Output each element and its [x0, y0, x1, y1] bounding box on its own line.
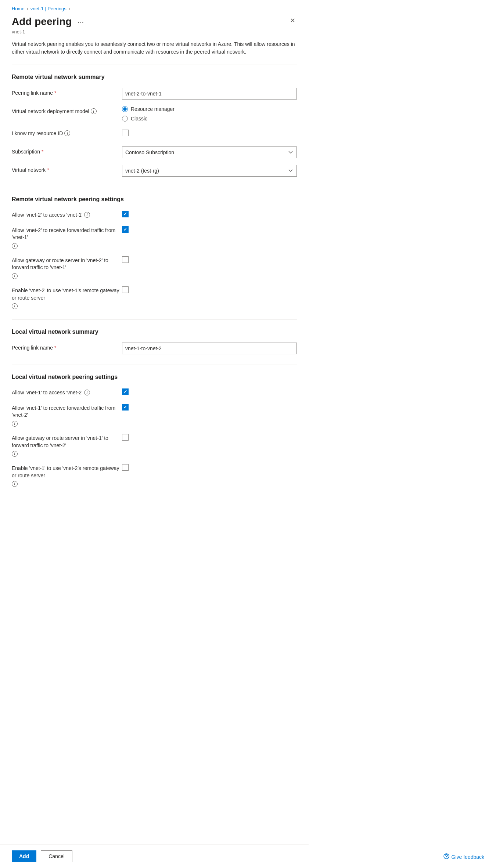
resource-id-label: I know my resource ID i [12, 128, 122, 136]
deployment-model-control: Resource manager Classic [122, 106, 297, 122]
section-divider-1 [12, 187, 297, 187]
local-setting-1-info-icon[interactable]: i [84, 390, 90, 395]
local-required-star: * [54, 345, 56, 351]
remote-peering-settings-title: Remote virtual network peering settings [12, 196, 297, 203]
remote-setting-1-label: Allow 'vnet-2' to access 'vnet-1' i [12, 210, 122, 219]
breadcrumb-home[interactable]: Home [12, 6, 25, 11]
remote-setting-3-checkbox[interactable] [122, 256, 129, 263]
local-peering-settings-section: Local virtual network peering settings A… [12, 374, 297, 487]
local-setting-2-info-icon[interactable]: i [12, 421, 18, 427]
remote-summary-section: Remote virtual network summary Peering l… [12, 74, 297, 177]
remote-setting-2-info-icon[interactable]: i [12, 243, 18, 249]
local-setting-4-row: Enable 'vnet-1' to use 'vnet-2's remote … [12, 463, 297, 487]
section-divider-2 [12, 319, 297, 320]
local-setting-1-row: Allow 'vnet-1' to access 'vnet-2' i [12, 388, 297, 397]
remote-setting-2-label: Allow 'vnet-2' to receive forwarded traf… [12, 225, 122, 249]
virtual-network-control: vnet-2 (test-rg) [122, 165, 297, 177]
subscription-label: Subscription * [12, 147, 122, 155]
deployment-model-row: Virtual network deployment model i Resou… [12, 106, 297, 122]
breadcrumb-separator-1: › [27, 6, 28, 11]
local-peering-link-label: Peering link name * [12, 343, 122, 351]
section-divider-3 [12, 365, 297, 365]
cancel-button[interactable]: Cancel [41, 850, 72, 862]
vnet-required-star: * [47, 167, 49, 173]
local-peering-link-row: Peering link name * [12, 343, 297, 354]
remote-peering-settings-section: Remote virtual network peering settings … [12, 196, 297, 309]
local-setting-4-checkbox[interactable] [122, 464, 129, 471]
virtual-network-label: Virtual network * [12, 165, 122, 173]
remote-setting-1-info-icon[interactable]: i [84, 212, 90, 218]
remote-peering-link-label: Peering link name * [12, 88, 122, 96]
more-options-icon[interactable]: ··· [75, 17, 86, 27]
radio-resource-manager-label: Resource manager [131, 106, 175, 112]
deployment-model-radio-group: Resource manager Classic [122, 106, 297, 122]
title-area: Add peering ··· [12, 16, 86, 28]
resource-id-info-icon[interactable]: i [64, 130, 70, 136]
local-setting-1-checkbox[interactable] [122, 388, 129, 395]
remote-setting-4-row: Enable 'vnet-2' to use 'vnet-1's remote … [12, 286, 297, 309]
resource-id-checkbox[interactable] [122, 130, 129, 136]
remote-peering-link-input[interactable] [122, 88, 297, 100]
remote-peering-link-control [122, 88, 297, 100]
local-setting-3-row: Allow gateway or route server in 'vnet-1… [12, 433, 297, 457]
local-setting-4-label: Enable 'vnet-1' to use 'vnet-2's remote … [12, 463, 122, 487]
remote-setting-2-checkbox[interactable] [122, 226, 129, 233]
subscription-row: Subscription * Contoso Subscription [12, 147, 297, 158]
local-peering-settings-title: Local virtual network peering settings [12, 374, 297, 380]
deployment-model-label: Virtual network deployment model i [12, 106, 122, 114]
local-setting-2-checkbox[interactable] [122, 404, 129, 411]
local-setting-3-label: Allow gateway or route server in 'vnet-1… [12, 433, 122, 457]
radio-resource-manager[interactable]: Resource manager [122, 106, 297, 112]
local-setting-4-info-icon[interactable]: i [12, 481, 18, 487]
resource-id-checkbox-container [122, 128, 297, 136]
page-description: Virtual network peering enables you to s… [12, 40, 297, 65]
resource-id-row: I know my resource ID i [12, 128, 297, 140]
add-button[interactable]: Add [12, 850, 36, 862]
virtual-network-row: Virtual network * vnet-2 (test-rg) [12, 165, 297, 177]
resource-id-control [122, 128, 297, 136]
local-summary-section: Local virtual network summary Peering li… [12, 329, 297, 354]
radio-classic-label: Classic [131, 116, 147, 122]
local-setting-2-label: Allow 'vnet-1' to receive forwarded traf… [12, 403, 122, 427]
page-title: Add peering [12, 16, 72, 28]
remote-setting-4-label: Enable 'vnet-2' to use 'vnet-1's remote … [12, 286, 122, 309]
local-setting-1-label: Allow 'vnet-1' to access 'vnet-2' i [12, 388, 122, 397]
subscription-required-star: * [42, 149, 43, 155]
required-star: * [54, 90, 56, 96]
radio-classic-input[interactable] [122, 116, 128, 122]
remote-peering-link-row: Peering link name * [12, 88, 297, 100]
remote-setting-2-row: Allow 'vnet-2' to receive forwarded traf… [12, 225, 297, 249]
local-setting-3-info-icon[interactable]: i [12, 451, 18, 457]
local-peering-link-control [122, 343, 297, 354]
local-setting-3-checkbox[interactable] [122, 434, 129, 441]
deployment-model-info-icon[interactable]: i [91, 108, 97, 114]
subscription-control: Contoso Subscription [122, 147, 297, 158]
remote-setting-3-row: Allow gateway or route server in 'vnet-2… [12, 256, 297, 279]
close-button[interactable]: ✕ [288, 16, 297, 25]
breadcrumb: Home › vnet-1 | Peerings › [12, 6, 297, 11]
remote-summary-title: Remote virtual network summary [12, 74, 297, 80]
remote-setting-4-info-icon[interactable]: i [12, 303, 18, 309]
remote-setting-3-label: Allow gateway or route server in 'vnet-2… [12, 256, 122, 279]
breadcrumb-vnet-peerings[interactable]: vnet-1 | Peerings [30, 6, 67, 11]
virtual-network-select[interactable]: vnet-2 (test-rg) [122, 165, 297, 177]
subscription-select[interactable]: Contoso Subscription [122, 147, 297, 158]
remote-setting-3-info-icon[interactable]: i [12, 273, 18, 279]
footer: Add Cancel [0, 844, 309, 868]
radio-resource-manager-input[interactable] [122, 106, 128, 112]
remote-setting-1-checkbox[interactable] [122, 211, 129, 217]
radio-classic[interactable]: Classic [122, 116, 297, 122]
page-subtitle: vnet-1 [12, 29, 297, 35]
local-setting-2-row: Allow 'vnet-1' to receive forwarded traf… [12, 403, 297, 427]
page-header: Add peering ··· ✕ [12, 16, 297, 28]
local-peering-link-input[interactable] [122, 343, 297, 354]
breadcrumb-separator-2: › [69, 6, 70, 11]
remote-setting-1-row: Allow 'vnet-2' to access 'vnet-1' i [12, 210, 297, 219]
remote-setting-4-checkbox[interactable] [122, 286, 129, 293]
local-summary-title: Local virtual network summary [12, 329, 297, 335]
